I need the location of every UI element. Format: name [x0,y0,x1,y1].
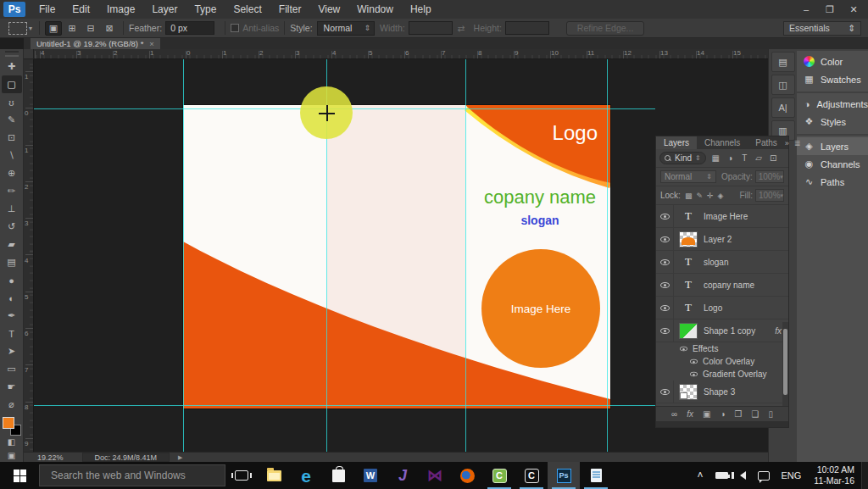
visibility-toggle[interactable] [656,251,674,273]
file-explorer-icon[interactable] [258,462,290,489]
swap-dimensions-icon[interactable]: ⇄ [458,23,465,33]
vertical-ruler[interactable]: 10123456789 [24,59,34,452]
intersect-selection-mode-icon[interactable]: ⊠ [101,21,118,36]
new-selection-mode-icon[interactable]: ▣ [45,21,62,36]
guide-horizontal-2[interactable] [34,405,655,406]
tool-preset-caret-icon[interactable]: ▾ [29,25,32,32]
panel-menu-icon[interactable]: ≣ [794,139,801,147]
layer-filter-type-icon[interactable]: T [739,153,750,163]
ruler-corner[interactable] [24,49,34,59]
horizontal-ruler[interactable]: 43210123456789101112131415 [34,49,768,59]
menu-view[interactable]: View [309,0,348,19]
layer-filter-type-icon[interactable]: ▦ [710,153,721,163]
layers-scrollbar[interactable] [782,322,788,406]
dock-button-layers[interactable]: ◈Layers [797,137,868,155]
fill-input[interactable]: 100% ▾ [755,189,784,202]
screen-mode-icon[interactable]: ▣ [2,448,22,462]
purple-app-icon[interactable]: J [387,462,419,489]
opacity-input[interactable]: 100% ▾ [755,170,784,183]
layers-panel-resize-strip[interactable] [656,421,788,427]
lock-icon[interactable]: ✎ [696,192,703,200]
width-input[interactable] [409,21,453,35]
layer-row-color-overlay[interactable]: Color Overlay [656,355,788,368]
dodge-tool[interactable]: ◐ [2,289,22,307]
add-mask-icon[interactable]: ▣ [703,409,710,419]
subtract-selection-mode-icon[interactable]: ⊟ [82,21,99,36]
gradient-tool[interactable]: ▤ [2,253,22,271]
minimize-button[interactable]: – [795,2,817,17]
guide-vertical-4[interactable] [607,59,608,452]
eraser-tool[interactable]: ▰ [2,236,22,253]
tab-paths[interactable]: Paths [748,136,785,149]
menu-type[interactable]: Type [186,0,225,19]
layer-row-layer-2[interactable]: Layer 2 [656,228,788,251]
dock-button-swatches[interactable]: ▦Swatches [797,70,868,88]
taskbar-clock[interactable]: 10:02 AM 11-Mar-16 [807,464,861,486]
layer-row-shape-3[interactable]: Shape 3 [656,381,788,403]
filter-kind-dropdown[interactable]: Kind ⇕ [659,152,706,164]
layer-filter-type-icon[interactable]: ▱ [754,153,765,163]
layer-row-image-here[interactable]: TImage Here [656,205,788,228]
visibility-toggle[interactable] [656,274,674,296]
store-icon[interactable] [322,462,354,489]
menu-edit[interactable]: Edit [64,0,98,19]
rectangular-marquee-tool[interactable]: ▢ [2,75,22,93]
firefox-icon[interactable] [451,462,483,489]
dock-button-styles[interactable]: ❖Styles [797,113,868,131]
tab-channels[interactable]: Channels [697,136,748,149]
layer-fx-badge[interactable]: fx [775,326,782,336]
notepad-icon[interactable] [580,462,612,489]
dock-button-color[interactable]: Color [797,53,868,70]
restore-button[interactable]: ❐ [819,2,841,17]
document-canvas[interactable]: Logo copany name slogan Image Here [183,105,610,408]
foreground-color-swatch[interactable] [3,417,14,429]
menu-file[interactable]: File [31,0,64,19]
visibility-toggle[interactable] [656,228,674,250]
add-selection-mode-icon[interactable]: ⊞ [64,21,81,36]
move-tool[interactable]: ✚ [2,58,22,75]
clone-stamp-tool[interactable]: ⊥ [2,200,22,218]
document-size-info[interactable]: Doc: 24.9M/8.41M [82,453,170,462]
layer-filter-type-icon[interactable]: ◑ [725,153,736,163]
visibility-toggle[interactable] [685,368,703,381]
brush-tool[interactable]: ✏ [2,182,22,200]
close-button[interactable]: ✕ [843,2,865,17]
tab-layers[interactable]: Layers [656,136,697,149]
adjustment-layer-icon[interactable]: ◑ [720,409,725,419]
action-center-button[interactable] [861,462,868,489]
toolbar-grip[interactable] [5,51,19,57]
antialias-checkbox[interactable] [231,24,239,32]
delete-layer-icon[interactable]: ▯ [768,409,773,419]
visibility-toggle[interactable] [656,205,674,227]
link-layers-icon[interactable]: ∞ [671,409,677,419]
camtasia-editor-icon[interactable]: C [515,462,548,489]
blend-mode-dropdown[interactable]: Normal ⇕ [660,170,716,183]
menu-image[interactable]: Image [98,0,143,19]
quick-mask-icon[interactable]: ◧ [2,436,22,449]
path-selection-tool[interactable]: ➤ [2,342,22,360]
start-button[interactable] [0,462,39,489]
layer-group-icon[interactable]: ❒ [734,409,742,419]
layer-filter-type-icon[interactable]: ⊡ [768,153,779,163]
crop-tool[interactable]: ⊡ [2,129,22,147]
height-input[interactable] [505,21,549,35]
status-flyout-icon[interactable]: ▶ [178,454,182,461]
hand-tool[interactable]: ☛ [2,378,22,396]
type-tool[interactable]: T [2,325,22,342]
tool-preset-icon[interactable] [8,22,27,35]
dock-button-channels[interactable]: ◉Channels [797,155,868,173]
pen-tool[interactable]: ✒ [2,307,22,325]
speaker-icon[interactable] [734,471,752,480]
collapsed-panel-icon-character[interactable]: A| [771,97,795,118]
visibility-toggle[interactable] [656,381,674,403]
zoom-level[interactable]: 19.22% [37,453,64,462]
task-view-button[interactable] [225,462,258,489]
edge-icon[interactable]: e [290,462,322,489]
layer-row-copany-name[interactable]: Tcopany name [656,274,788,297]
lock-icon[interactable]: ✛ [707,192,714,200]
history-brush-tool[interactable]: ↺ [2,218,22,236]
rectangle-tool[interactable]: ▭ [2,360,22,378]
layer-row-effects[interactable]: Effects [656,342,788,355]
dock-button-paths[interactable]: ∿Paths [797,173,868,191]
layer-row-gradient-overlay[interactable]: Gradient Overlay [656,368,788,381]
